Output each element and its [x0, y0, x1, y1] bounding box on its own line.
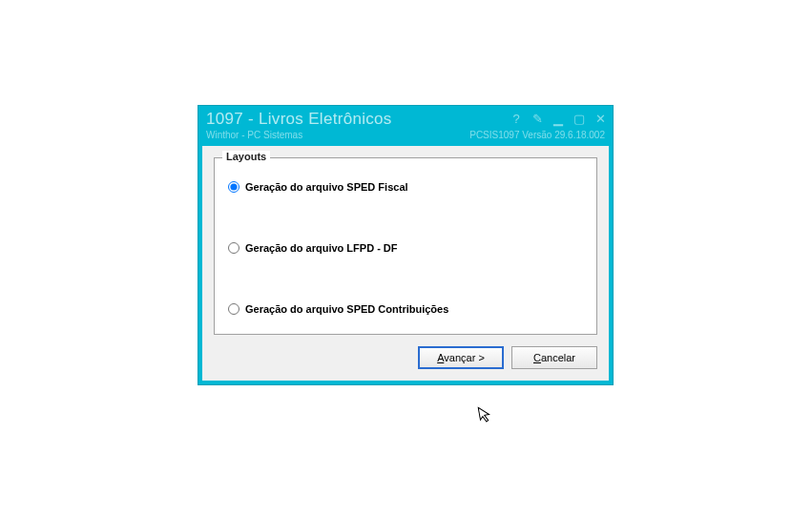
- titlebar-controls: ? ✎ ▁ ▢ ✕: [510, 112, 607, 126]
- radio-label-lfpd-df[interactable]: Geração do arquivo LFPD - DF: [245, 242, 398, 254]
- radio-label-sped-contrib[interactable]: Geração do arquivo SPED Contribuições: [245, 303, 448, 315]
- layouts-groupbox: Layouts Geração do arquivo SPED Fiscal G…: [214, 157, 597, 335]
- advance-button[interactable]: Avançar >: [418, 346, 504, 369]
- titlebar: 1097 - Livros Eletrônicos Winthor - PC S…: [198, 106, 613, 146]
- radio-row-sped-fiscal[interactable]: Geração do arquivo SPED Fiscal: [228, 181, 583, 193]
- radio-sped-contrib[interactable]: [228, 303, 239, 315]
- radio-label-sped-fiscal[interactable]: Geração do arquivo SPED Fiscal: [245, 181, 408, 193]
- spacer: [228, 254, 583, 288]
- cancel-rest: ancelar: [541, 352, 575, 363]
- minimize-icon[interactable]: ▁: [552, 112, 565, 126]
- spacer: [228, 193, 583, 227]
- radio-lfpd-df[interactable]: [228, 242, 239, 254]
- app-vendor: Winthor - PC Sistemas: [206, 130, 302, 140]
- cancel-accel: C: [533, 352, 541, 363]
- titlebar-subline: Winthor - PC Sistemas PCSIS1097 Versão 2…: [206, 130, 605, 140]
- app-window: 1097 - Livros Eletrônicos Winthor - PC S…: [198, 105, 614, 385]
- help-icon[interactable]: ?: [510, 112, 523, 126]
- radio-row-sped-contrib[interactable]: Geração do arquivo SPED Contribuições: [228, 303, 583, 315]
- maximize-icon[interactable]: ▢: [573, 112, 586, 126]
- edit-icon[interactable]: ✎: [531, 112, 544, 126]
- client-area: Layouts Geração do arquivo SPED Fiscal G…: [202, 146, 609, 381]
- advance-rest: vançar >: [444, 352, 485, 363]
- cancel-button[interactable]: Cancelar: [511, 346, 597, 369]
- radio-row-lfpd-df[interactable]: Geração do arquivo LFPD - DF: [228, 242, 583, 254]
- app-version: PCSIS1097 Versão 29.6.18.002: [469, 130, 605, 140]
- radio-sped-fiscal[interactable]: [228, 181, 239, 193]
- close-icon[interactable]: ✕: [593, 112, 607, 126]
- cursor-icon: [477, 404, 496, 429]
- button-bar: Avançar > Cancelar: [214, 346, 597, 369]
- groupbox-legend: Layouts: [222, 151, 270, 162]
